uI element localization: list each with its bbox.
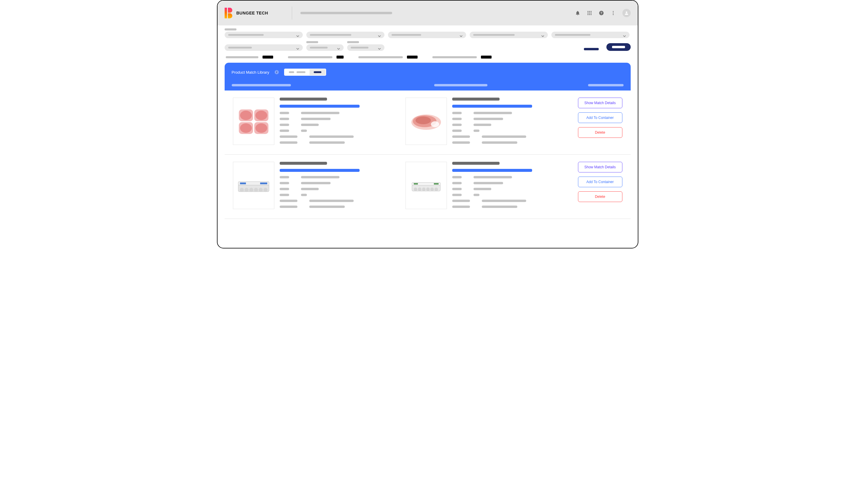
- filter-select-4[interactable]: [470, 32, 548, 38]
- add-to-container-button[interactable]: Add To Container: [578, 177, 622, 187]
- brand-logo[interactable]: BUNGEE TECH: [225, 8, 268, 18]
- egg-carton-image: [408, 169, 444, 202]
- chevron-down-icon: [296, 33, 299, 36]
- show-match-details-button[interactable]: Show Match Details: [578, 162, 622, 173]
- filter-select-3[interactable]: [388, 32, 466, 38]
- view-toggle-option-a[interactable]: [285, 69, 310, 75]
- svg-rect-0: [588, 11, 588, 12]
- svg-point-20: [256, 111, 267, 120]
- summary-stats: [217, 54, 638, 63]
- svg-text:?: ?: [600, 11, 602, 15]
- product-meta: [280, 162, 327, 165]
- source-product: [233, 162, 397, 212]
- help-icon[interactable]: ?: [599, 10, 604, 16]
- svg-point-40: [418, 187, 421, 191]
- delete-button[interactable]: Delete: [578, 191, 622, 202]
- filter-select-2[interactable]: [306, 32, 384, 38]
- svg-rect-3: [588, 13, 588, 14]
- svg-point-14: [626, 12, 627, 13]
- product-thumbnail[interactable]: [405, 97, 447, 145]
- source-product: [233, 97, 397, 147]
- view-toggle-option-b[interactable]: [310, 69, 326, 75]
- column-header: [232, 84, 291, 86]
- product-thumbnail[interactable]: [233, 162, 274, 209]
- svg-point-44: [434, 187, 438, 191]
- svg-rect-7: [589, 14, 590, 15]
- brand-name: BUNGEE TECH: [237, 11, 268, 15]
- svg-rect-5: [590, 13, 591, 14]
- svg-point-29: [240, 188, 244, 192]
- svg-rect-2: [590, 11, 591, 12]
- app-viewport: BUNGEE TECH ?: [217, 0, 639, 249]
- product-title[interactable]: [280, 169, 360, 172]
- svg-rect-6: [588, 14, 588, 15]
- svg-rect-1: [589, 11, 590, 12]
- product-info: [280, 97, 397, 147]
- match-product: [405, 97, 570, 147]
- filter-select-6[interactable]: [225, 44, 303, 51]
- product-info: [452, 162, 570, 212]
- filter-select-1[interactable]: [225, 32, 303, 38]
- search-input[interactable]: [300, 12, 392, 14]
- info-icon[interactable]: i: [275, 70, 279, 74]
- svg-point-39: [414, 187, 417, 191]
- chevron-down-icon: [459, 33, 463, 36]
- svg-point-30: [244, 188, 249, 192]
- product-info: [280, 162, 397, 212]
- logo-mark: [225, 8, 232, 18]
- notifications-icon[interactable]: [575, 10, 580, 16]
- product-title[interactable]: [280, 105, 360, 108]
- filter-label: [306, 41, 318, 43]
- filter-label: [225, 29, 237, 31]
- svg-point-32: [254, 188, 258, 192]
- svg-point-34: [263, 188, 267, 192]
- product-title[interactable]: [452, 169, 532, 172]
- library-section: Product Match Library i: [225, 63, 631, 90]
- stat-item: [432, 56, 492, 58]
- primary-action-button[interactable]: [606, 43, 631, 51]
- chevron-down-icon: [337, 46, 340, 49]
- delete-button[interactable]: Delete: [578, 127, 622, 138]
- chevron-down-icon: [378, 46, 381, 49]
- header-icons: ?: [575, 9, 631, 17]
- stat-item: [226, 56, 273, 58]
- svg-point-33: [259, 188, 263, 192]
- svg-point-21: [240, 123, 252, 133]
- chevron-down-icon: [378, 33, 381, 36]
- product-thumbnail[interactable]: [405, 162, 447, 209]
- product-meta: [452, 162, 500, 165]
- match-rows: Show Match Details Add To Container Dele…: [225, 90, 631, 219]
- chevron-down-icon: [541, 33, 544, 36]
- svg-rect-45: [414, 183, 418, 184]
- svg-point-42: [426, 187, 430, 191]
- filter-select-5[interactable]: [551, 32, 629, 38]
- row-actions: Show Match Details Add To Container Dele…: [578, 162, 622, 212]
- library-title: Product Match Library: [232, 70, 269, 74]
- stat-item: [288, 56, 344, 58]
- egg-carton-image: [236, 169, 272, 202]
- product-meta: [280, 97, 327, 101]
- product-thumbnail[interactable]: [233, 97, 274, 145]
- apps-icon[interactable]: [587, 10, 592, 16]
- stat-item: [359, 56, 418, 58]
- svg-point-19: [240, 111, 252, 120]
- more-vert-icon[interactable]: [611, 10, 616, 16]
- product-title[interactable]: [452, 105, 532, 108]
- svg-rect-35: [240, 182, 246, 184]
- svg-point-41: [422, 187, 425, 191]
- filter-select-7[interactable]: [306, 44, 344, 51]
- show-match-details-button[interactable]: Show Match Details: [578, 97, 622, 108]
- svg-point-22: [256, 123, 267, 133]
- product-info: [452, 97, 570, 147]
- column-header: [434, 84, 487, 86]
- filter-select-8[interactable]: [347, 44, 384, 51]
- secondary-action-link[interactable]: [584, 47, 599, 51]
- add-to-container-button[interactable]: Add To Container: [578, 112, 622, 123]
- avatar[interactable]: [622, 9, 631, 17]
- match-product: [405, 162, 570, 212]
- svg-point-31: [249, 188, 253, 192]
- header-divider: [292, 6, 292, 19]
- view-toggle: [284, 69, 326, 76]
- match-row: Show Match Details Add To Container Dele…: [225, 90, 631, 155]
- svg-point-11: [613, 11, 613, 12]
